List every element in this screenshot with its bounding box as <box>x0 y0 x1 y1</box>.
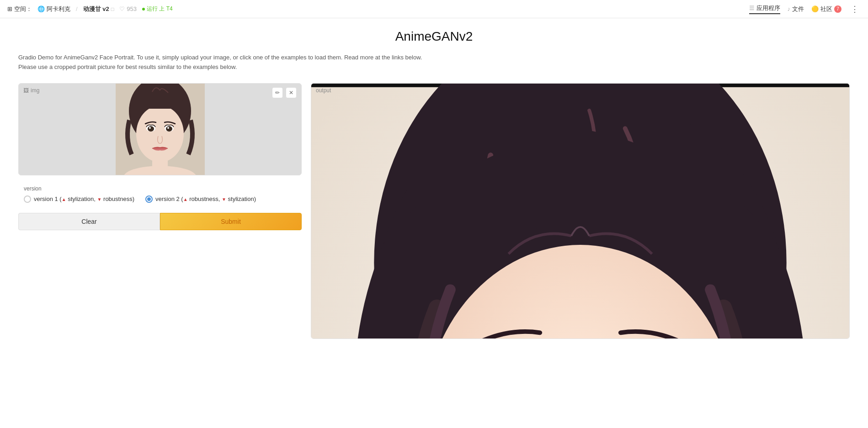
v1-label: version 1 (▲ stylization, ▼ robustness) <box>34 196 134 202</box>
running-dot <box>142 8 145 11</box>
submit-button[interactable]: Submit <box>160 213 302 230</box>
anime-face-svg <box>311 84 849 338</box>
share-icon: □ <box>111 6 114 12</box>
svg-point-7 <box>149 127 151 129</box>
version-label: version <box>24 185 296 192</box>
left-panel: 🖼 img ✏ ✕ <box>18 83 302 339</box>
space-label: ⊞ 空间： <box>7 5 32 13</box>
edit-image-button[interactable]: ✏ <box>272 87 283 98</box>
portrait-image <box>116 84 205 175</box>
community-badge: 7 <box>834 5 841 13</box>
user-link[interactable]: 🌐 阿卡利克 <box>37 5 70 13</box>
grid-icon: ⊞ <box>7 5 12 12</box>
panels-container: 🖼 img ✏ ✕ <box>18 83 850 339</box>
topbar-right: ☰ 应用程序 ♪ 文件 🟡 社区 7 ⋮ <box>749 2 861 16</box>
separator: / <box>76 5 78 12</box>
main-content: AnimeGANv2 Gradio Demo for AnimeGanv2 Fa… <box>0 18 868 350</box>
app-icon: ☰ <box>749 5 755 11</box>
output-label: output <box>316 87 331 94</box>
page-description: Gradio Demo for AnimeGanv2 Face Portrait… <box>18 53 430 72</box>
topbar: ⊞ 空间： 🌐 阿卡利克 / 动漫甘 v2 □ ♡ 953 运行 上 T4 ☰ … <box>0 0 868 18</box>
input-image-area[interactable] <box>19 84 301 175</box>
input-image-box: 🖼 img ✏ ✕ <box>18 83 302 175</box>
radio-v1[interactable]: version 1 (▲ stylization, ▼ robustness) <box>24 196 134 203</box>
radio-group: version 1 (▲ stylization, ▼ robustness) … <box>24 196 296 203</box>
close-image-button[interactable]: ✕ <box>286 87 297 98</box>
user-avatar-icon: 🌐 <box>37 5 45 12</box>
more-menu-button[interactable]: ⋮ <box>849 2 861 16</box>
svg-point-10 <box>167 127 169 129</box>
input-label: 🖼 img <box>23 87 39 94</box>
svg-point-9 <box>166 126 172 132</box>
file-icon: ♪ <box>788 5 791 12</box>
radio-v2[interactable]: version 2 (▲ robustness, ▼ stylization) <box>145 196 256 203</box>
like-button[interactable]: ♡ 953 <box>119 5 137 12</box>
radio-circle-v1 <box>24 196 31 203</box>
nav-app[interactable]: ☰ 应用程序 <box>749 4 780 14</box>
image-box-actions: ✏ ✕ <box>272 87 297 98</box>
radio-circle-v2 <box>145 196 153 203</box>
clear-button[interactable]: Clear <box>18 213 160 230</box>
right-panel: output <box>311 83 850 339</box>
nav-files[interactable]: ♪ 文件 <box>788 5 804 13</box>
svg-point-6 <box>148 126 154 132</box>
nav-community[interactable]: 🟡 社区 7 <box>811 5 841 13</box>
buttons-row: Clear Submit <box>18 213 302 230</box>
version-section: version version 1 (▲ stylization, ▼ robu… <box>18 181 302 207</box>
community-icon: 🟡 <box>811 5 819 12</box>
svg-point-2 <box>136 106 184 162</box>
running-status: 运行 上 T4 <box>142 5 173 13</box>
left-grey-area <box>19 84 116 175</box>
image-icon: 🖼 <box>23 87 29 94</box>
page-title: AnimeGANv2 <box>18 29 850 44</box>
topbar-left: ⊞ 空间： 🌐 阿卡利克 / 动漫甘 v2 □ ♡ 953 运行 上 T4 <box>7 5 173 13</box>
output-image-area <box>311 84 849 338</box>
app-link[interactable]: 动漫甘 v2 □ <box>83 5 114 13</box>
output-panel: output <box>311 83 850 339</box>
heart-icon: ♡ <box>119 5 125 12</box>
v2-label: version 2 (▲ robustness, ▼ stylization) <box>155 196 256 202</box>
